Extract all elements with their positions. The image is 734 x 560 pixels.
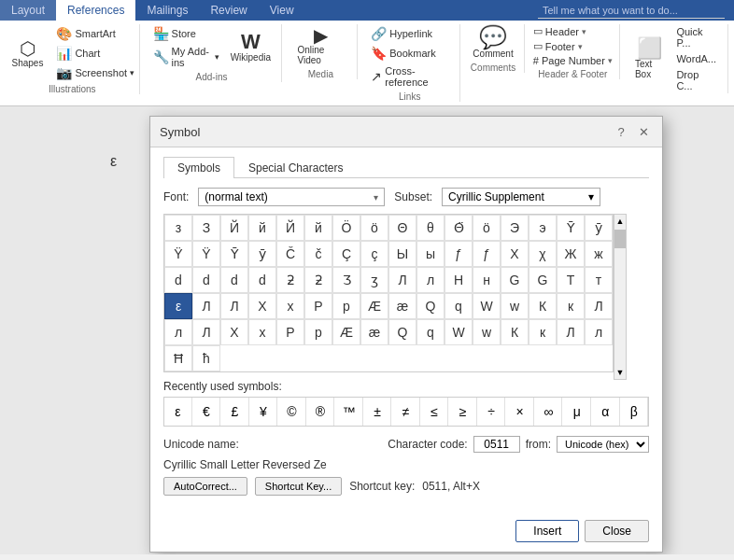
- symbol-cell[interactable]: w: [473, 319, 501, 345]
- symbol-cell[interactable]: Ʒ: [332, 267, 360, 293]
- symbol-cell[interactable]: ы: [416, 241, 445, 267]
- symbol-cell[interactable]: ʒ: [360, 267, 388, 293]
- symbol-cell[interactable]: К: [529, 293, 557, 319]
- symbol-cell[interactable]: к: [529, 319, 557, 345]
- cross-reference-button[interactable]: ↗ Cross-reference: [367, 63, 452, 90]
- subset-select[interactable]: Cyrillic Supplement ▾: [442, 188, 600, 206]
- symbol-cell[interactable]: х: [276, 293, 304, 319]
- symbol-cell[interactable]: q: [416, 319, 445, 345]
- symbol-cell[interactable]: d: [192, 267, 220, 293]
- symbol-cell[interactable]: э: [529, 215, 557, 241]
- symbol-cell[interactable]: л: [416, 267, 445, 293]
- smartart-button[interactable]: 🎨 SmartArt: [52, 24, 138, 43]
- shapes-button[interactable]: ⬡ Shapes: [7, 37, 49, 70]
- footer-button[interactable]: ▭ Footer ▾: [529, 39, 616, 53]
- scroll-thumb[interactable]: [614, 230, 626, 248]
- hyperlink-button[interactable]: 🔗 Hyperlink: [367, 24, 452, 43]
- symbol-cell[interactable]: Л: [192, 319, 220, 345]
- symbol-cell[interactable]: Х: [248, 293, 276, 319]
- tab-layout[interactable]: Layout: [0, 0, 56, 21]
- text-box-button[interactable]: ⬜ Text Box: [629, 36, 670, 81]
- recent-symbol-cell[interactable]: ε: [164, 398, 192, 426]
- chart-button[interactable]: 📊 Chart: [52, 44, 138, 63]
- tab-view[interactable]: View: [259, 0, 305, 21]
- symbol-cell[interactable]: л: [585, 319, 613, 345]
- symbol-cell[interactable]: Ÿ: [164, 241, 192, 267]
- symbol-cell[interactable]: Q: [388, 319, 416, 345]
- symbol-cell[interactable]: Ö: [332, 215, 360, 241]
- symbol-cell[interactable]: d: [164, 267, 192, 293]
- symbol-cell[interactable]: Л: [220, 293, 248, 319]
- online-video-button[interactable]: ▶ Online Video: [291, 24, 349, 67]
- symbol-cell[interactable]: ȳ: [585, 215, 613, 241]
- shortcut-key-button[interactable]: Shortcut Key...: [255, 477, 342, 496]
- symbol-cell[interactable]: d: [220, 267, 248, 293]
- close-dialog-button[interactable]: Close: [585, 520, 649, 542]
- wikipedia-button[interactable]: W Wikipedia: [227, 30, 274, 64]
- symbol-cell[interactable]: ö: [473, 215, 501, 241]
- symbol-cell[interactable]: d: [248, 267, 276, 293]
- symbol-cell[interactable]: Л: [585, 293, 613, 319]
- symbol-cell[interactable]: ȳ: [248, 241, 276, 267]
- myaddin-button[interactable]: 🔧 My Add-ins ▾: [149, 44, 224, 70]
- symbol-cell[interactable]: Л: [192, 293, 220, 319]
- symbol-cell[interactable]: т: [585, 267, 613, 293]
- symbol-cell[interactable]: ƻ: [304, 267, 332, 293]
- symbol-cell[interactable]: χ: [529, 241, 557, 267]
- symbol-cell[interactable]: Р: [276, 319, 304, 345]
- symbol-cell[interactable]: w: [501, 293, 529, 319]
- symbol-cell[interactable]: Ÿ: [192, 241, 220, 267]
- scroll-up-icon[interactable]: ▲: [614, 215, 627, 228]
- symbol-cell[interactable]: Х: [220, 319, 248, 345]
- char-code-input[interactable]: [473, 436, 520, 453]
- insert-button[interactable]: Insert: [515, 520, 579, 542]
- symbol-cell[interactable]: з: [164, 215, 192, 241]
- tab-references[interactable]: References: [56, 0, 135, 21]
- symbol-cell[interactable]: Q: [416, 293, 445, 319]
- dialog-help-button[interactable]: ?: [612, 122, 630, 141]
- symbol-cell[interactable]: q: [445, 293, 473, 319]
- symbol-cell[interactable]: Č: [276, 241, 304, 267]
- symbol-cell[interactable]: Л: [557, 319, 585, 345]
- symbol-cell[interactable]: æ: [388, 293, 416, 319]
- symbol-cell[interactable]: й: [248, 215, 276, 241]
- symbol-cell[interactable]: W: [473, 293, 501, 319]
- symbol-cell[interactable]: й: [304, 215, 332, 241]
- symbol-cell[interactable]: Э: [501, 215, 529, 241]
- recent-symbol-cell[interactable]: ≥: [449, 398, 477, 426]
- store-button[interactable]: 🏪 Store: [149, 24, 224, 43]
- symbol-cell[interactable]: Θ̈: [445, 215, 473, 241]
- symbol-cell[interactable]: Θ: [388, 215, 416, 241]
- recent-symbol-cell[interactable]: ±: [364, 398, 392, 426]
- recent-symbol-cell[interactable]: ™: [335, 398, 363, 426]
- symbol-cell[interactable]: Ы: [388, 241, 416, 267]
- dialog-close-button[interactable]: ✕: [634, 122, 653, 141]
- symbol-scrollbar[interactable]: ▲ ▼: [614, 214, 627, 380]
- symbol-cell[interactable]: к: [557, 293, 585, 319]
- symbol-cell[interactable]: К: [501, 319, 529, 345]
- symbol-cell[interactable]: ж: [585, 241, 613, 267]
- symbol-cell[interactable]: ƻ: [276, 267, 304, 293]
- bookmark-button[interactable]: 🔖 Bookmark: [367, 44, 452, 63]
- symbol-cell[interactable]: Ħ: [164, 345, 192, 371]
- recent-symbol-cell[interactable]: ≤: [421, 398, 449, 426]
- symbol-cell[interactable]: ε: [164, 293, 192, 319]
- tab-mailings[interactable]: Mailings: [135, 0, 199, 21]
- recent-symbol-cell[interactable]: ×: [506, 398, 534, 426]
- drop-cap-button[interactable]: Drop C...: [672, 67, 720, 93]
- header-button[interactable]: ▭ Header ▾: [529, 24, 616, 38]
- symbol-cell[interactable]: р: [304, 319, 332, 345]
- tab-special-characters[interactable]: Special Characters: [234, 157, 357, 178]
- recent-symbol-cell[interactable]: €: [193, 398, 221, 426]
- symbol-cell[interactable]: р: [332, 293, 360, 319]
- symbol-cell[interactable]: ƒ: [473, 241, 501, 267]
- symbol-cell[interactable]: θ: [416, 215, 445, 241]
- symbol-cell[interactable]: G: [501, 267, 529, 293]
- symbol-cell[interactable]: č: [304, 241, 332, 267]
- recent-symbol-cell[interactable]: ©: [278, 398, 306, 426]
- ribbon-search-input[interactable]: [538, 3, 725, 19]
- symbol-cell[interactable]: Ȳ: [557, 215, 585, 241]
- symbol-cell[interactable]: ç: [360, 241, 388, 267]
- symbol-cell[interactable]: Æ: [360, 293, 388, 319]
- tab-review[interactable]: Review: [199, 0, 258, 21]
